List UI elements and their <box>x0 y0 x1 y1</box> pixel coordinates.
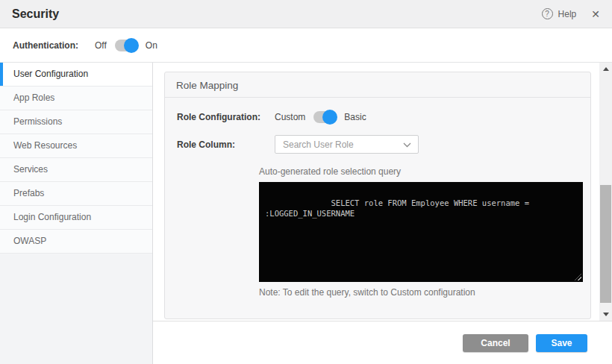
role-configuration-toggle[interactable] <box>313 111 336 123</box>
basic-option-label: Basic <box>344 112 366 122</box>
role-mapping-title: Role Mapping <box>176 80 579 91</box>
sidebar-item-prefabs[interactable]: Prefabs <box>0 182 152 206</box>
scroll-up-button[interactable] <box>599 63 612 75</box>
query-section: Auto-generated role selection query SELE… <box>259 166 590 298</box>
role-column-select[interactable]: Search User Role <box>275 135 419 154</box>
query-label: Auto-generated role selection query <box>259 166 590 177</box>
role-column-label: Role Column: <box>177 139 275 150</box>
help-circle-icon[interactable]: ? <box>542 8 553 19</box>
arrow-up-icon <box>603 67 609 71</box>
sidebar-filler <box>0 254 152 364</box>
resize-handle-icon[interactable] <box>575 274 581 280</box>
select-placeholder: Search User Role <box>283 139 354 150</box>
authentication-bar: Authentication: Off On <box>0 28 612 63</box>
role-configuration-label: Role Configuration: <box>177 112 275 122</box>
section-divider <box>165 97 590 98</box>
footer: Cancel Save <box>153 321 612 364</box>
authentication-label: Authentication: <box>13 40 78 51</box>
sidebar-item-app-roles[interactable]: App Roles <box>0 87 152 110</box>
sidebar-item-web-resources[interactable]: Web Resources <box>0 134 152 158</box>
main-panel: Role Mapping Role Configuration: Custom … <box>153 63 612 364</box>
toggle-knob <box>322 110 337 125</box>
sidebar-item-login-configuration[interactable]: Login Configuration <box>0 206 152 230</box>
vertical-scrollbar[interactable] <box>599 63 612 321</box>
toggle-knob <box>124 38 139 53</box>
sidebar-item-user-configuration[interactable]: User Configuration <box>0 63 152 87</box>
role-column-row: Role Column: Search User Role <box>177 135 590 154</box>
content-area: User Configuration App Roles Permissions… <box>0 63 612 364</box>
authentication-toggle[interactable] <box>115 40 137 51</box>
authentication-off-label: Off <box>95 40 107 51</box>
sidebar-item-permissions[interactable]: Permissions <box>0 110 152 134</box>
titlebar-actions: ? Help ✕ <box>542 8 600 20</box>
sidebar-item-services[interactable]: Services <box>0 158 152 182</box>
role-configuration-toggle-group: Custom Basic <box>275 111 366 123</box>
sidebar-item-owasp[interactable]: OWASP <box>0 230 152 254</box>
titlebar: Security ? Help ✕ <box>0 0 612 28</box>
scrollbar-thumb[interactable] <box>600 185 611 303</box>
chevron-down-icon <box>403 142 411 148</box>
role-configuration-row: Role Configuration: Custom Basic <box>177 110 590 125</box>
sidebar: User Configuration App Roles Permissions… <box>0 63 153 364</box>
page-title: Security <box>12 7 59 21</box>
custom-option-label: Custom <box>275 112 305 122</box>
query-text: SELECT role FROM Employee WHERE username… <box>265 198 534 218</box>
arrow-down-icon <box>603 313 609 316</box>
security-dialog: Security ? Help ✕ Authentication: Off On… <box>0 0 612 364</box>
cancel-button[interactable]: Cancel <box>463 334 528 352</box>
query-textarea[interactable]: SELECT role FROM Employee WHERE username… <box>259 182 583 282</box>
scroll-down-button[interactable] <box>599 309 612 320</box>
role-mapping-card: Role Mapping Role Configuration: Custom … <box>164 72 591 319</box>
close-icon[interactable]: ✕ <box>591 8 600 20</box>
authentication-on-label: On <box>146 40 157 51</box>
help-link[interactable]: Help <box>558 9 577 19</box>
save-button[interactable]: Save <box>536 334 587 352</box>
role-mapping-form: Role Configuration: Custom Basic Role Co… <box>165 110 590 298</box>
query-note: Note: To edit the query, switch to Custo… <box>259 287 590 298</box>
